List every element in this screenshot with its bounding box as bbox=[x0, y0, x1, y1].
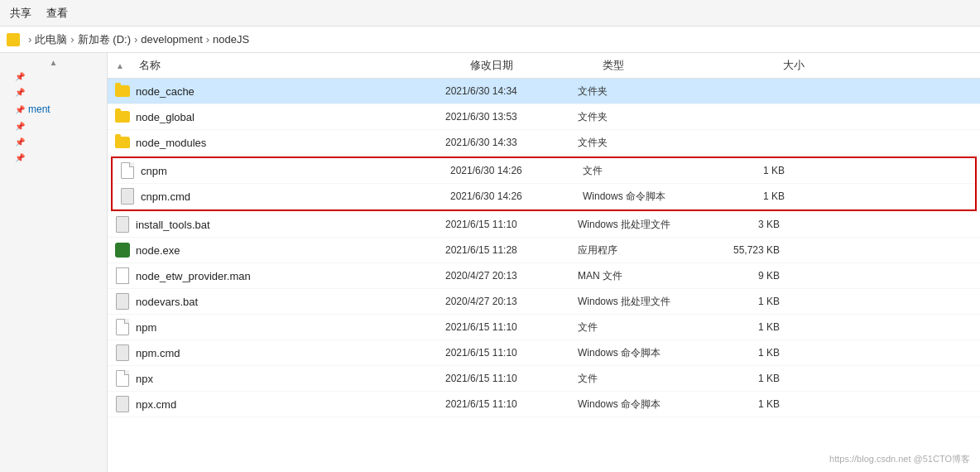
file-size: 9 KB bbox=[704, 268, 786, 283]
file-type: 文件 bbox=[571, 319, 704, 336]
file-name: cnpm bbox=[141, 165, 167, 177]
file-type: Windows 批处理文件 bbox=[571, 293, 704, 311]
table-row[interactable]: npx.cmd2021/6/15 11:10Windows 命令脚本1 KB bbox=[108, 392, 980, 417]
pin-icon-6: 📌 bbox=[15, 153, 25, 162]
top-bar: 共享 查看 bbox=[0, 0, 980, 26]
file-rows-container: node_cache2021/6/30 14:34文件夹node_global2… bbox=[108, 79, 980, 417]
column-header: ▲ 名称 修改日期 类型 大小 bbox=[108, 53, 980, 79]
table-row[interactable]: install_tools.bat2021/6/15 11:10Windows … bbox=[108, 212, 980, 238]
file-size: 3 KB bbox=[704, 217, 786, 232]
sidebar: ▲ 📌 📌 📌 ment 📌 📌 📌 bbox=[0, 53, 108, 472]
file-type: MAN 文件 bbox=[571, 267, 704, 285]
main-container: ▲ 📌 📌 📌 ment 📌 📌 📌 bbox=[0, 53, 980, 472]
file-type: 文件夹 bbox=[571, 108, 704, 126]
chevron-up-icon: ▲ bbox=[50, 58, 58, 67]
bat-file-icon bbox=[116, 216, 129, 233]
file-name: npx bbox=[136, 373, 153, 385]
sidebar-label-3: ment bbox=[28, 104, 50, 115]
table-row[interactable]: cnpm.cmd2021/6/30 14:26Windows 命令脚本1 KB bbox=[113, 184, 975, 210]
file-date: 2021/6/15 11:10 bbox=[439, 397, 571, 412]
file-size: 1 KB bbox=[704, 294, 786, 309]
breadcrumb-item-computer[interactable]: 此电脑 bbox=[35, 32, 67, 47]
highlighted-group: cnpm2021/6/30 14:26文件1 KBcnpm.cmd2021/6/… bbox=[111, 157, 977, 211]
sort-arrow-area: ▲ bbox=[108, 53, 132, 78]
sidebar-item-4[interactable]: 📌 bbox=[0, 118, 107, 134]
file-date: 2021/6/30 13:53 bbox=[439, 109, 571, 124]
breadcrumb-item-nodejs[interactable]: nodeJS bbox=[213, 33, 249, 46]
table-row[interactable]: node_global2021/6/30 13:53文件夹 bbox=[108, 104, 980, 130]
share-button[interactable]: 共享 bbox=[10, 6, 31, 21]
file-size bbox=[704, 115, 786, 118]
breadcrumb-item-dev[interactable]: development bbox=[141, 33, 202, 46]
file-name: npm bbox=[136, 321, 156, 334]
breadcrumb-item-drive[interactable]: 新加卷 (D:) bbox=[78, 32, 131, 47]
cmd-file-icon bbox=[121, 188, 134, 205]
table-row[interactable]: cnpm2021/6/30 14:26文件1 KB bbox=[113, 158, 975, 184]
man-file-icon bbox=[116, 267, 129, 284]
file-date: 2021/6/15 11:10 bbox=[439, 217, 571, 232]
file-size: 1 KB bbox=[709, 189, 791, 204]
col-header-name[interactable]: 名称 bbox=[132, 53, 464, 78]
table-row[interactable]: node.exe2021/6/15 11:28应用程序55,723 KB bbox=[108, 238, 980, 263]
pin-icon-4: 📌 bbox=[15, 122, 25, 131]
file-size: 1 KB bbox=[704, 320, 786, 335]
folder-file-icon bbox=[115, 111, 130, 123]
file-type: 应用程序 bbox=[571, 242, 704, 259]
breadcrumb: › 此电脑 › 新加卷 (D:) › development › nodeJS bbox=[0, 26, 980, 53]
view-button[interactable]: 查看 bbox=[46, 6, 68, 21]
table-row[interactable]: nodevars.bat2020/4/27 20:13Windows 批处理文件… bbox=[108, 289, 980, 315]
file-type: 文件夹 bbox=[571, 134, 704, 152]
col-header-type[interactable]: 类型 bbox=[596, 53, 728, 78]
scroll-up-btn[interactable]: ▲ bbox=[0, 56, 107, 69]
file-date: 2020/4/27 20:13 bbox=[439, 268, 571, 283]
file-type: Windows 命令脚本 bbox=[576, 188, 709, 205]
file-date: 2021/6/30 14:33 bbox=[439, 135, 571, 150]
file-type: 文件 bbox=[571, 370, 704, 388]
file-name: node_cache bbox=[136, 85, 195, 98]
file-type: Windows 批处理文件 bbox=[571, 216, 704, 234]
col-header-size[interactable]: 大小 bbox=[728, 53, 811, 78]
sidebar-item-5[interactable]: 📌 bbox=[0, 134, 107, 150]
file-date: 2021/6/15 11:10 bbox=[439, 345, 571, 360]
file-type: Windows 命令脚本 bbox=[571, 344, 704, 362]
pin-icon-3: 📌 bbox=[15, 105, 25, 114]
sidebar-item-6[interactable]: 📌 bbox=[0, 150, 107, 166]
file-size: 1 KB bbox=[704, 371, 786, 386]
generic-file-icon bbox=[121, 162, 134, 179]
file-size: 55,723 KB bbox=[704, 243, 786, 258]
folder-icon bbox=[7, 33, 20, 46]
file-name: node_global bbox=[136, 111, 195, 123]
table-row[interactable]: npx2021/6/15 11:10文件1 KB bbox=[108, 366, 980, 392]
file-date: 2021/6/15 11:10 bbox=[439, 320, 571, 335]
file-size: 1 KB bbox=[704, 345, 786, 360]
col-header-date[interactable]: 修改日期 bbox=[464, 53, 596, 78]
sidebar-item-3[interactable]: 📌 ment bbox=[0, 100, 107, 118]
file-name: node_modules bbox=[136, 137, 206, 149]
file-type: 文件夹 bbox=[571, 83, 704, 100]
bat-file-icon bbox=[116, 293, 129, 310]
file-size: 1 KB bbox=[704, 397, 786, 412]
file-list: ▲ 名称 修改日期 类型 大小 node_cache2021/6/30 14:3… bbox=[108, 53, 980, 472]
pin-icon-2: 📌 bbox=[15, 88, 25, 97]
exe-file-icon bbox=[115, 243, 130, 258]
file-name: cnpm.cmd bbox=[141, 190, 190, 203]
folder-file-icon bbox=[115, 137, 130, 148]
file-size: 1 KB bbox=[709, 163, 791, 178]
table-row[interactable]: node_modules2021/6/30 14:33文件夹 bbox=[108, 130, 980, 156]
file-name: nodevars.bat bbox=[136, 296, 198, 308]
cmd-file-icon bbox=[116, 344, 129, 361]
pin-icon-5: 📌 bbox=[15, 137, 25, 147]
file-size bbox=[704, 89, 786, 93]
sidebar-item-2[interactable]: 📌 bbox=[0, 84, 107, 100]
folder-file-icon bbox=[115, 85, 130, 97]
table-row[interactable]: node_etw_provider.man2020/4/27 20:13MAN … bbox=[108, 263, 980, 289]
file-name: npx.cmd bbox=[136, 398, 176, 411]
sidebar-item-1[interactable]: 📌 bbox=[0, 69, 107, 84]
generic-file-icon bbox=[116, 370, 129, 387]
table-row[interactable]: npm2021/6/15 11:10文件1 KB bbox=[108, 315, 980, 340]
table-row[interactable]: node_cache2021/6/30 14:34文件夹 bbox=[108, 79, 980, 104]
file-date: 2021/6/30 14:34 bbox=[439, 84, 571, 99]
file-date: 2020/4/27 20:13 bbox=[439, 294, 571, 309]
table-row[interactable]: npm.cmd2021/6/15 11:10Windows 命令脚本1 KB bbox=[108, 340, 980, 366]
sort-up-icon: ▲ bbox=[116, 61, 124, 70]
